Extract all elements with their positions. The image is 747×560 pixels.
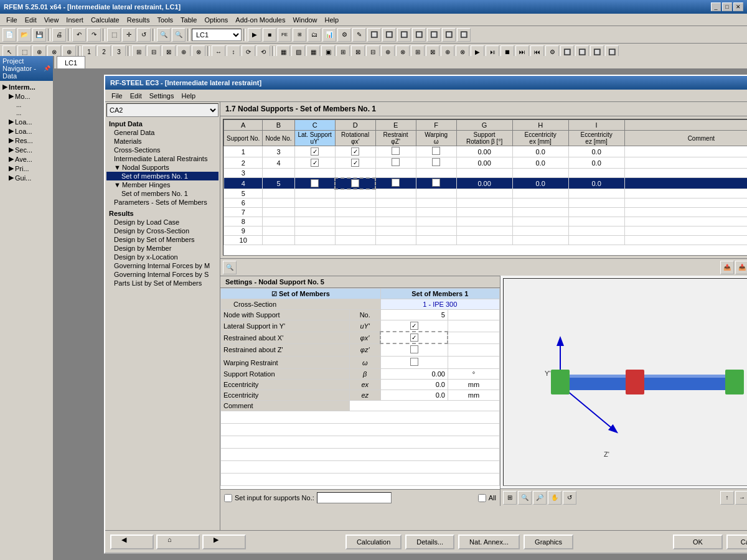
calculation-btn[interactable]: Calculation <box>345 534 402 549</box>
redo-btn[interactable]: ↷ <box>87 28 101 42</box>
settings-restz-checkbox[interactable] <box>410 345 418 353</box>
tool5-btn[interactable]: ⚙ <box>337 28 351 42</box>
menu-help[interactable]: Help <box>321 15 343 25</box>
menu-file[interactable]: File <box>2 15 21 25</box>
table-row[interactable]: 450.000.00.0 <box>224 178 748 189</box>
nav-model-sub2[interactable]: ... <box>1 109 52 117</box>
tree-governing-m[interactable]: Governing Internal Forces by M <box>106 261 218 270</box>
tree-governing-s[interactable]: Governing Internal Forces by S <box>106 270 218 279</box>
set-input-checkbox[interactable] <box>224 494 232 502</box>
view-side[interactable]: → <box>735 491 747 505</box>
tree-parts-list[interactable]: Parts List by Set of Members <box>106 279 218 287</box>
table-row[interactable]: 10 <box>224 236 748 245</box>
dialog-menu-settings[interactable]: Settings <box>146 91 178 101</box>
settings-lat-checkbox[interactable] <box>410 322 418 330</box>
rotate-btn[interactable]: ↺ <box>137 28 151 42</box>
undo-btn[interactable]: ↶ <box>72 28 86 42</box>
table-row[interactable]: 5 <box>224 189 748 198</box>
nav-home-btn[interactable]: ⌂ <box>156 534 200 549</box>
tree-design-set[interactable]: Design by Set of Members <box>106 235 218 244</box>
tool10-btn[interactable]: 🔲 <box>412 28 426 42</box>
nav-next-btn[interactable]: ▶ <box>202 534 246 549</box>
tool6-btn[interactable]: ✎ <box>352 28 366 42</box>
tree-hinges-set1[interactable]: Set of members No. 1 <box>106 189 218 198</box>
menu-view[interactable]: View <box>40 15 63 25</box>
table-row[interactable]: 9 <box>224 226 748 236</box>
menu-window[interactable]: Window <box>289 15 321 25</box>
move-btn[interactable]: ✛ <box>122 28 136 42</box>
maximize-btn[interactable]: □ <box>722 2 732 11</box>
tree-design-xloc[interactable]: Design by x-Location <box>106 253 218 261</box>
table-row[interactable]: 6 <box>224 198 748 208</box>
select-btn[interactable]: ⬚ <box>107 28 121 42</box>
minimize-btn[interactable]: _ <box>711 2 721 11</box>
graphics-btn[interactable]: Graphics <box>524 534 573 549</box>
nav-section[interactable]: ▶ Sec... <box>1 145 52 154</box>
table-search-btn[interactable]: 🔍 <box>223 261 237 274</box>
tool12-btn[interactable]: 🔲 <box>442 28 456 42</box>
details-btn[interactable]: Details... <box>405 534 454 549</box>
tab-lc1[interactable]: LC1 <box>57 56 85 68</box>
tree-set-members-1[interactable]: Set of members No. 1 <box>106 172 218 180</box>
menu-addon[interactable]: Add-on Modules <box>232 15 289 25</box>
table-row[interactable]: 7 <box>224 208 748 217</box>
menu-table[interactable]: Table <box>177 15 200 25</box>
print-btn[interactable]: 🖨 <box>52 28 66 42</box>
table-row[interactable]: 130.000.00.0 <box>224 146 748 157</box>
tool7-btn[interactable]: 🔲 <box>367 28 381 42</box>
settings-warp-checkbox[interactable] <box>410 358 418 366</box>
tree-design-member[interactable]: Design by Member <box>106 244 218 253</box>
run-btn[interactable]: ▶ <box>248 28 261 42</box>
close-app-btn[interactable]: ✕ <box>733 2 743 11</box>
nat-annex-btn[interactable]: Nat. Annex... <box>458 534 520 549</box>
dialog-menu-edit[interactable]: Edit <box>126 91 146 101</box>
zoom-in-btn[interactable]: 🔍 <box>157 28 171 42</box>
stop-btn[interactable]: ■ <box>263 28 276 42</box>
tree-parameters[interactable]: Parameters - Sets of Members <box>106 198 218 207</box>
nav-model[interactable]: ▶ Mo... <box>1 91 52 101</box>
col-header-C[interactable]: C <box>294 120 335 131</box>
tool2-btn[interactable]: ⊞ <box>293 28 306 42</box>
new-btn[interactable]: 📄 <box>2 28 16 42</box>
menu-calculate[interactable]: Calculate <box>87 15 123 25</box>
save-btn[interactable]: 💾 <box>32 28 46 42</box>
table-row[interactable]: 3 <box>224 169 748 178</box>
tool9-btn[interactable]: 🔲 <box>397 28 411 42</box>
tree-materials[interactable]: Materials <box>106 137 218 146</box>
tree-nodal-supports[interactable]: ▼ Nodal Supports <box>106 163 218 172</box>
menu-results[interactable]: Results <box>123 15 154 25</box>
nav-averages[interactable]: ▶ Ave... <box>1 154 52 164</box>
tool1-btn[interactable]: FE <box>278 28 291 42</box>
table-row[interactable]: 240.000.00.0 <box>224 157 748 169</box>
tree-cross-sections[interactable]: Cross-Sections <box>106 146 218 154</box>
nav-loads[interactable]: ▶ Loa... <box>1 117 52 126</box>
tool3-btn[interactable]: 🗂 <box>308 28 321 42</box>
nav-intermed[interactable]: ▶ Interm... <box>1 82 52 91</box>
settings-restx-checkbox[interactable] <box>410 334 418 342</box>
nav-results[interactable]: ▶ Res... <box>1 136 52 145</box>
view-zoom-extent[interactable]: ⊞ <box>503 491 517 505</box>
project-nav-pin[interactable]: 📌 <box>44 64 50 73</box>
dialog-menu-help[interactable]: Help <box>177 91 199 101</box>
tool8-btn[interactable]: 🔲 <box>382 28 396 42</box>
table-import-btn[interactable]: 📥 <box>735 261 747 274</box>
view-front[interactable]: ↑ <box>720 491 734 505</box>
nav-guide[interactable]: ▶ Gui... <box>1 173 52 182</box>
zoom-out-btn[interactable]: 🔍 <box>172 28 186 42</box>
dialog-menu-file[interactable]: File <box>108 91 126 101</box>
cancel-btn[interactable]: Cancel <box>726 534 747 549</box>
tree-design-cross[interactable]: Design by Cross-Section <box>106 226 218 235</box>
view-pan[interactable]: ✋ <box>548 491 561 505</box>
menu-edit[interactable]: Edit <box>21 15 40 25</box>
menu-tools[interactable]: Tools <box>153 15 177 25</box>
module-dropdown[interactable]: CA2 <box>106 103 218 117</box>
nav-model-sub[interactable]: ... <box>1 101 52 109</box>
open-btn[interactable]: 📂 <box>17 28 31 42</box>
tool13-btn[interactable]: 🔲 <box>457 28 471 42</box>
nav-printout[interactable]: ▶ Pri... <box>1 164 52 173</box>
all-checkbox[interactable] <box>478 494 486 502</box>
tool4-btn[interactable]: 📊 <box>322 28 336 42</box>
nav-loadcombo[interactable]: ▶ Loa... <box>1 126 52 136</box>
support-no-input[interactable] <box>317 492 392 503</box>
loadcase-combo[interactable]: LC1 <box>192 29 242 41</box>
